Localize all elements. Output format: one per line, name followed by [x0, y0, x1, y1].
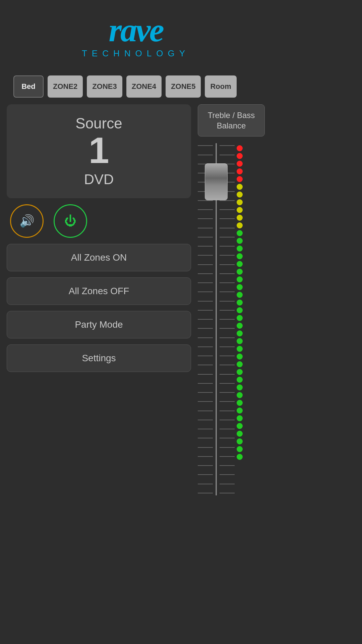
vu-meter: [237, 143, 243, 460]
vu-dot-21: [237, 300, 243, 306]
vu-dot-4: [237, 168, 243, 174]
power-icon: ⏻: [64, 214, 76, 228]
vu-dot-2: [237, 153, 243, 159]
source-display: Source 1 DVD: [7, 104, 191, 198]
left-column: Source 1 DVD 🔊 ⏻ All Zones ON All Zones …: [7, 104, 191, 644]
vu-dot-27: [237, 346, 243, 352]
vu-dot-14: [237, 246, 243, 252]
vu-dot-36: [237, 415, 243, 421]
fader-area[interactable]: [198, 143, 235, 495]
vu-dot-12: [237, 230, 243, 236]
brand-logo: rave: [109, 13, 163, 47]
main-content: Source 1 DVD 🔊 ⏻ All Zones ON All Zones …: [0, 104, 272, 644]
vu-dot-19: [237, 284, 243, 290]
volume-button[interactable]: 🔊: [10, 204, 44, 238]
vu-dot-9: [237, 207, 243, 213]
brand-subtitle: TECHNOLOGY: [82, 48, 190, 59]
vu-dot-24: [237, 323, 243, 329]
vu-dot-7: [237, 192, 243, 198]
vu-dot-16: [237, 261, 243, 267]
vu-dot-30: [237, 369, 243, 375]
vu-dot-23: [237, 315, 243, 321]
vu-dot-34: [237, 400, 243, 406]
vu-dot-22: [237, 307, 243, 313]
vu-dot-31: [237, 377, 243, 383]
vu-dot-8: [237, 199, 243, 205]
power-button[interactable]: ⏻: [54, 204, 87, 238]
vu-dot-41: [237, 454, 243, 460]
vu-dot-18: [237, 276, 243, 282]
source-number: 1: [88, 132, 109, 169]
zone-tab-zone5[interactable]: ZONE5: [166, 75, 201, 98]
vu-dot-15: [237, 253, 243, 259]
zone-tab-room[interactable]: Room: [205, 75, 236, 98]
zone-tabs: Bed ZONE2 ZONE3 ZONE4 ZONE5 Room: [7, 75, 237, 98]
vu-dot-10: [237, 215, 243, 221]
vu-dot-29: [237, 361, 243, 367]
all-zones-off-button[interactable]: All Zones OFF: [7, 277, 191, 305]
settings-button[interactable]: Settings: [7, 344, 191, 372]
vu-dot-3: [237, 161, 243, 167]
vu-dot-35: [237, 408, 243, 414]
vu-dot-32: [237, 384, 243, 390]
vu-dot-13: [237, 238, 243, 244]
vu-dot-17: [237, 269, 243, 275]
logo-area: rave TECHNOLOGY: [0, 0, 272, 65]
controls-row: 🔊 ⏻: [7, 204, 191, 238]
party-mode-button[interactable]: Party Mode: [7, 311, 191, 338]
vu-dot-20: [237, 292, 243, 298]
volume-icon: 🔊: [19, 214, 35, 228]
vu-dot-1: [237, 145, 243, 151]
all-zones-on-button[interactable]: All Zones ON: [7, 244, 191, 271]
vu-dot-37: [237, 423, 243, 429]
zone-tab-zone4[interactable]: ZONE4: [126, 75, 162, 98]
source-name: DVD: [84, 171, 114, 187]
right-column: Treble / BassBalance: [198, 104, 265, 644]
vu-dot-40: [237, 446, 243, 452]
treble-bass-button[interactable]: Treble / BassBalance: [198, 104, 265, 137]
zone-tab-bed[interactable]: Bed: [13, 75, 44, 98]
vu-dot-25: [237, 330, 243, 336]
fader-handle[interactable]: [205, 163, 228, 200]
vu-dot-6: [237, 184, 243, 190]
vu-dot-39: [237, 438, 243, 444]
vu-dot-38: [237, 431, 243, 437]
vu-dot-28: [237, 354, 243, 360]
zone-tab-zone2[interactable]: ZONE2: [48, 75, 83, 98]
zone-tab-zone3[interactable]: ZONE3: [87, 75, 122, 98]
vu-dot-5: [237, 176, 243, 182]
vu-dot-33: [237, 392, 243, 398]
vu-dot-11: [237, 222, 243, 228]
vu-dot-26: [237, 338, 243, 344]
